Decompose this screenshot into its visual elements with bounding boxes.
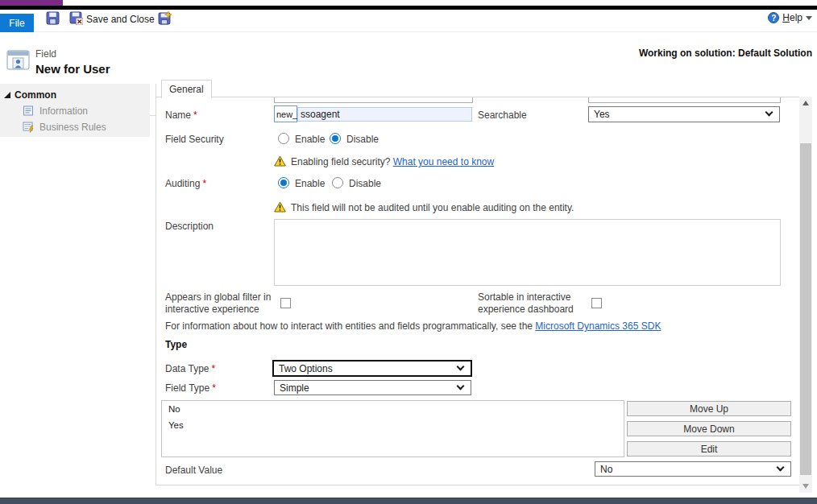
information-icon [23, 105, 35, 117]
name-prefix-box: new_ [274, 105, 297, 122]
save-icon[interactable] [46, 11, 60, 25]
browser-purple-strip [0, 0, 63, 6]
auditing-disable-label: Disable [349, 178, 381, 189]
save-and-new-icon[interactable] [158, 11, 172, 25]
sortable-label: Sortable in interactive experience dashb… [478, 291, 595, 316]
field-security-enable-label: Enable [295, 134, 325, 145]
sdk-info-text: For information about how to interact wi… [165, 320, 661, 332]
sidebar-section-label: Common [15, 89, 56, 101]
list-item[interactable]: No [162, 401, 624, 417]
list-item[interactable]: Yes [162, 417, 624, 433]
working-on-solution-label: Working on solution: Default Solution [639, 48, 812, 59]
navigation-sidebar: Common Information Business Rules [0, 84, 150, 137]
ribbon-toolbar: File Save and Close ? Help [0, 10, 817, 32]
default-value-label: Default Value [165, 465, 222, 476]
clipped-input[interactable] [588, 97, 781, 103]
entity-type-label: Field [35, 48, 56, 60]
chevron-down-icon [765, 109, 773, 117]
global-filter-checkbox[interactable] [280, 298, 291, 308]
page-header: Field New for User Working on solution: … [0, 32, 817, 83]
pane-bottom-border [156, 485, 812, 485]
file-tab-button[interactable]: File [0, 14, 34, 33]
chevron-down-icon [806, 16, 812, 20]
dynamics-sdk-link[interactable]: Microsoft Dynamics 365 SDK [535, 320, 661, 332]
sortable-checkbox[interactable] [591, 298, 602, 308]
help-label: Help [782, 12, 802, 23]
field-security-enable-radio[interactable] [278, 133, 289, 144]
warning-icon [274, 201, 286, 213]
page-title: New for User [35, 62, 110, 76]
name-label: Name* [165, 109, 197, 121]
pane-top-border [156, 97, 799, 97]
sidebar-item-information[interactable]: Information [23, 105, 88, 117]
auditing-warning: This field will not be audited until you… [274, 201, 574, 213]
triangle-up-icon [802, 101, 809, 105]
sidebar-section-common[interactable]: Common [4, 89, 56, 101]
move-down-button[interactable]: Move Down [627, 421, 791, 436]
global-filter-label: Appears in global filter in interactive … [165, 291, 276, 316]
chevron-down-icon [457, 382, 465, 390]
field-type-select[interactable]: Simple [274, 380, 471, 395]
what-you-need-to-know-link[interactable]: What you need to know [393, 156, 494, 167]
auditing-disable-radio[interactable] [332, 177, 343, 188]
data-type-select[interactable]: Two Options [272, 360, 472, 377]
searchable-select[interactable]: Yes [588, 106, 780, 122]
auditing-label: Auditing* [165, 178, 206, 189]
type-section-heading: Type [165, 339, 187, 350]
required-asterisk: * [193, 109, 197, 121]
searchable-label: Searchable [478, 109, 527, 121]
default-value-select[interactable]: No [595, 461, 791, 477]
field-type-label: Field Type* [165, 382, 216, 394]
field-security-warning: Enabling field security? What you need t… [274, 155, 494, 167]
field-entity-icon [6, 48, 31, 71]
save-and-close-label[interactable]: Save and Close [86, 14, 155, 25]
scrollbar-down-button[interactable] [799, 480, 812, 493]
chevron-down-icon [457, 362, 465, 370]
options-listbox[interactable]: No Yes [161, 400, 624, 457]
scrollbar-thumb[interactable] [800, 143, 811, 475]
description-label: Description [165, 221, 214, 232]
scrollbar-up-button[interactable] [799, 97, 812, 109]
edit-button[interactable]: Edit [627, 441, 791, 456]
auditing-enable-radio[interactable] [278, 177, 289, 188]
field-security-disable-label: Disable [346, 134, 379, 145]
sidebar-item-label: Information [39, 105, 88, 117]
status-bottom-bar [0, 498, 817, 504]
clipped-input[interactable] [274, 97, 473, 103]
auditing-enable-label: Enable [295, 178, 325, 189]
sidebar-divider [156, 84, 156, 485]
help-icon: ? [768, 12, 779, 23]
move-up-button[interactable]: Move Up [627, 401, 791, 416]
triangle-down-icon [802, 484, 809, 489]
required-asterisk: * [211, 363, 215, 374]
name-input[interactable] [297, 107, 472, 122]
business-rules-icon [23, 121, 35, 133]
warning-icon [274, 155, 286, 167]
vertical-scrollbar[interactable] [799, 97, 812, 493]
expanded-triangle-icon [4, 92, 10, 98]
help-menu[interactable]: ? Help [768, 12, 812, 23]
required-asterisk: * [202, 178, 206, 189]
sidebar-item-label: Business Rules [39, 122, 106, 133]
field-security-disable-radio[interactable] [330, 133, 341, 144]
save-and-close-icon[interactable] [69, 11, 83, 25]
chevron-down-icon [777, 463, 785, 471]
description-textarea[interactable] [274, 219, 781, 286]
field-security-label: Field Security [165, 134, 224, 145]
tab-general[interactable]: General [161, 80, 212, 98]
sidebar-item-business-rules[interactable]: Business Rules [23, 121, 106, 133]
data-type-label: Data Type* [165, 363, 215, 374]
app-window: File Save and Close ? Help [0, 0, 817, 504]
required-asterisk: * [212, 382, 216, 394]
